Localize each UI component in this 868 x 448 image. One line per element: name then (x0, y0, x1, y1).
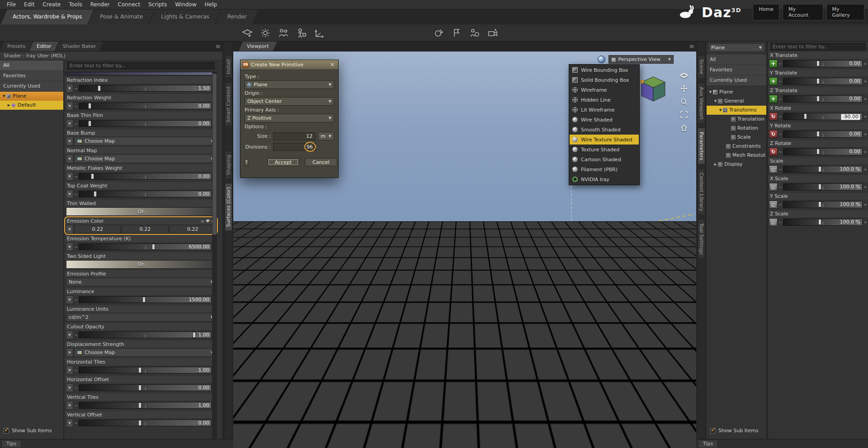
color-swatch[interactable] (319, 267, 329, 274)
color-swatch[interactable] (296, 293, 306, 300)
hue-field[interactable]: 0▴▾ (412, 355, 433, 363)
slider-track[interactable]: 100.0 % (783, 183, 863, 191)
color-swatch[interactable] (319, 259, 329, 266)
tips-label[interactable]: Tips (1, 440, 21, 448)
slider-handle[interactable] (138, 385, 142, 391)
dock-tab[interactable]: Aux Viewport (698, 83, 705, 124)
slider-handle[interactable] (816, 131, 820, 137)
color-swatch[interactable] (307, 285, 317, 291)
color-swatch[interactable] (343, 353, 353, 359)
menu-item[interactable]: Render (86, 0, 114, 9)
tree-row[interactable]: ▼Transforms (707, 106, 766, 115)
color-swatch[interactable] (343, 285, 353, 291)
slider-value[interactable]: 100.0 % (840, 201, 860, 208)
color-swatch[interactable] (272, 276, 282, 283)
category-row[interactable]: Favorites (707, 65, 766, 75)
drawstyle-menu-item[interactable]: Texture Shaded (570, 145, 639, 154)
nav-button[interactable]: My Account (783, 4, 823, 20)
slider-track[interactable]: 0.00 (79, 384, 212, 391)
unit-select[interactable]: m▼ (318, 132, 334, 140)
slider-increment[interactable]: + (863, 149, 867, 154)
parameter-toggle[interactable]: On (66, 260, 216, 269)
choose-map-button[interactable]: Choose Map▼ (74, 154, 216, 163)
slider-track[interactable]: 0.00 (79, 120, 212, 127)
chevron-down-icon[interactable]: ▼ (66, 331, 73, 339)
color-swatch[interactable] (272, 285, 282, 291)
chevron-down-icon[interactable]: ▼ (66, 84, 73, 93)
expander-icon[interactable]: ▼ (708, 88, 713, 97)
slider-decrement[interactable]: − (74, 121, 78, 126)
chevron-down-icon[interactable]: ▼ (66, 401, 73, 410)
color-swatch[interactable] (319, 276, 329, 283)
chevron-down-icon[interactable]: ▼ (66, 225, 73, 233)
color-swatch[interactable] (296, 276, 306, 283)
slider-handle[interactable] (138, 367, 142, 373)
red-field[interactable]: 128▴▾ (456, 355, 476, 363)
color-swatch[interactable] (296, 353, 306, 359)
slider-track[interactable]: 0.00 (783, 60, 863, 67)
spinner-icons[interactable]: ▴▾ (472, 356, 476, 362)
chevron-down-icon[interactable]: ▼ (66, 137, 73, 145)
drawstyle-menu-item[interactable]: Smooth Shaded (570, 125, 639, 135)
chevron-down-icon[interactable]: ▼ (66, 172, 73, 181)
menu-item[interactable]: File (3, 0, 20, 9)
choose-map-button[interactable]: Choose Map▼ (74, 348, 216, 357)
slider-track[interactable]: 1.50 (79, 85, 212, 92)
slider-track[interactable]: 0.00 (79, 103, 212, 109)
color-swatch[interactable] (343, 361, 353, 368)
parameter-slider[interactable]: −1500.00+ (74, 295, 216, 304)
slider-increment[interactable]: + (863, 79, 867, 84)
parameter-slider[interactable]: −1.00+ (74, 401, 216, 410)
dialog-titlebar[interactable]: DS Create New Primitive × (241, 60, 338, 69)
dock-tab[interactable]: Tool Settings (698, 219, 705, 259)
menu-item[interactable]: Edit (20, 0, 38, 9)
render-sphere-icon[interactable] (430, 26, 447, 40)
color-swatch[interactable] (343, 276, 353, 283)
translate-tool-icon[interactable] (311, 26, 328, 40)
slider-track[interactable]: 100.0 % (783, 166, 863, 173)
green-field[interactable]: 128▴▾ (456, 365, 476, 372)
slider-value[interactable]: 100.0 % (840, 184, 860, 190)
menu-item[interactable]: Create (38, 0, 65, 9)
drawstyle-menu-item[interactable]: Wire Shaded (570, 115, 639, 125)
slider-decrement[interactable]: − (74, 421, 78, 425)
chevron-down-icon[interactable]: ▼ (66, 348, 73, 357)
slider-increment[interactable]: + (863, 185, 867, 189)
viewport-tab[interactable]: Viewport (239, 42, 277, 51)
parameter-slider[interactable]: −0.00+ (74, 102, 216, 110)
create-plane-icon[interactable] (239, 26, 255, 40)
color-swatch[interactable] (260, 353, 270, 359)
add-figure-icon[interactable] (293, 26, 310, 40)
slider-handle[interactable] (818, 219, 821, 225)
pane-tab[interactable]: Editor (29, 42, 59, 51)
dock-tab[interactable]: Parameters (698, 128, 705, 164)
slider-value[interactable]: -90.00 (841, 114, 860, 120)
color-swatch[interactable] (331, 276, 341, 283)
tree-row[interactable]: ▶Display (707, 160, 766, 169)
slider-decrement[interactable]: − (778, 149, 782, 154)
color-swatch[interactable] (319, 353, 329, 359)
spinner-icons[interactable]: ▴▾ (428, 365, 433, 372)
slider-value[interactable]: 0.00 (849, 149, 861, 155)
spinner-icons[interactable]: ▴▾ (472, 365, 476, 372)
accept-button[interactable]: Accept (267, 158, 300, 166)
color-swatch[interactable] (307, 267, 317, 274)
slider-value[interactable]: 100.0 % (840, 166, 860, 173)
color-swatch[interactable] (307, 361, 317, 368)
chevron-down-icon[interactable]: ▼ (66, 102, 73, 110)
hue-sat-picker[interactable] (362, 261, 462, 350)
color-swatch[interactable] (319, 293, 329, 300)
slider-handle[interactable] (818, 166, 821, 172)
tree-row[interactable]: Constraints (707, 142, 766, 151)
color-swatch[interactable] (296, 361, 306, 368)
slider-decrement[interactable]: − (74, 403, 78, 408)
chevron-down-icon[interactable]: ▼ (66, 190, 73, 198)
slider-handle[interactable] (816, 149, 820, 154)
color-swatch[interactable] (272, 302, 282, 308)
category-row[interactable]: All (0, 61, 63, 70)
slider-handle[interactable] (98, 85, 101, 91)
slider-increment[interactable]: + (863, 220, 867, 224)
color-swatch[interactable] (331, 285, 341, 291)
expander-icon[interactable]: ▼ (1, 92, 6, 101)
color-swatch[interactable] (296, 285, 306, 291)
